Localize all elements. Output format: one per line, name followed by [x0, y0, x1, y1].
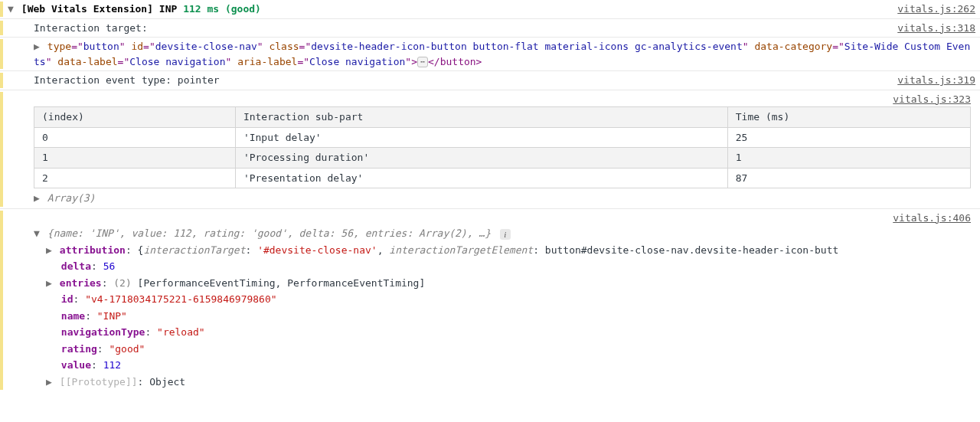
- table-row: 1'Processing duration'1: [34, 148, 971, 168]
- table-row: 0'Input delay'25: [34, 127, 971, 148]
- log-title: [Web Vitals Extension] INP: [21, 3, 178, 15]
- object-property[interactable]: name: "INP": [46, 308, 971, 325]
- source-link[interactable]: vitals.js:319: [888, 73, 975, 88]
- chevron-right-icon[interactable]: ▶: [34, 191, 41, 206]
- chevron-right-icon[interactable]: ▶: [46, 243, 54, 258]
- chevron-right-icon[interactable]: ▶: [46, 375, 54, 390]
- col-time: Time (ms): [727, 107, 970, 128]
- event-type-row: Interaction event type: pointer vitals.j…: [0, 71, 980, 90]
- warning-marker: [0, 39, 3, 69]
- table-block: vitals.js:323 (index) Interaction sub-pa…: [0, 90, 980, 209]
- col-index: (index): [34, 107, 236, 128]
- object-property[interactable]: delta: 56: [46, 258, 971, 275]
- source-link[interactable]: vitals.js:406: [884, 211, 971, 226]
- source-link[interactable]: vitals.js:318: [888, 21, 975, 36]
- html-element-dump: ▶ type="button" id="devsite-close-nav" c…: [0, 38, 980, 71]
- warning-marker: [0, 92, 3, 207]
- chevron-right-icon[interactable]: ▶: [46, 276, 54, 291]
- interaction-target-label: Interaction target:: [34, 22, 148, 34]
- object-block: vitals.js:406 ▼ {name: 'INP', value: 112…: [0, 209, 980, 392]
- table-row: 2'Presentation delay'87: [34, 168, 971, 188]
- event-type-text: Interaction event type: pointer: [34, 74, 220, 86]
- object-property[interactable]: id: "v4-1718034175221-6159846979860": [46, 291, 971, 308]
- object-property[interactable]: navigationType: "reload": [46, 324, 971, 341]
- object-property[interactable]: ▶ [[Prototype]]: Object: [46, 374, 971, 391]
- warning-marker: [0, 2, 3, 17]
- col-subpart: Interaction sub-part: [235, 107, 727, 128]
- info-icon[interactable]: i: [500, 229, 511, 240]
- metric-value: 112 ms (good): [183, 3, 261, 15]
- chevron-down-icon[interactable]: ▼: [34, 226, 41, 241]
- warning-marker: [0, 21, 3, 36]
- warning-marker: [0, 211, 3, 391]
- log-header: ▼ [Web Vitals Extension] INP 112 ms (goo…: [0, 0, 980, 19]
- object-summary[interactable]: {name: 'INP', value: 112, rating: 'good'…: [47, 227, 491, 239]
- warning-marker: [0, 73, 3, 88]
- object-property[interactable]: rating: "good": [46, 341, 971, 358]
- chevron-down-icon[interactable]: ▼: [8, 2, 15, 17]
- object-property[interactable]: value: 112: [46, 357, 971, 374]
- chevron-right-icon[interactable]: ▶: [34, 39, 41, 54]
- object-property[interactable]: ▶ entries: (2) [PerformanceEventTiming, …: [46, 275, 971, 292]
- source-link[interactable]: vitals.js:323: [884, 92, 971, 107]
- expand-ellipsis-button[interactable]: ⋯: [417, 57, 428, 67]
- source-link[interactable]: vitals.js:262: [888, 2, 975, 17]
- interaction-target-row: Interaction target: vitals.js:318: [0, 19, 980, 38]
- array-label[interactable]: Array(3): [47, 192, 96, 204]
- inp-breakdown-table: (index) Interaction sub-part Time (ms) 0…: [34, 106, 971, 188]
